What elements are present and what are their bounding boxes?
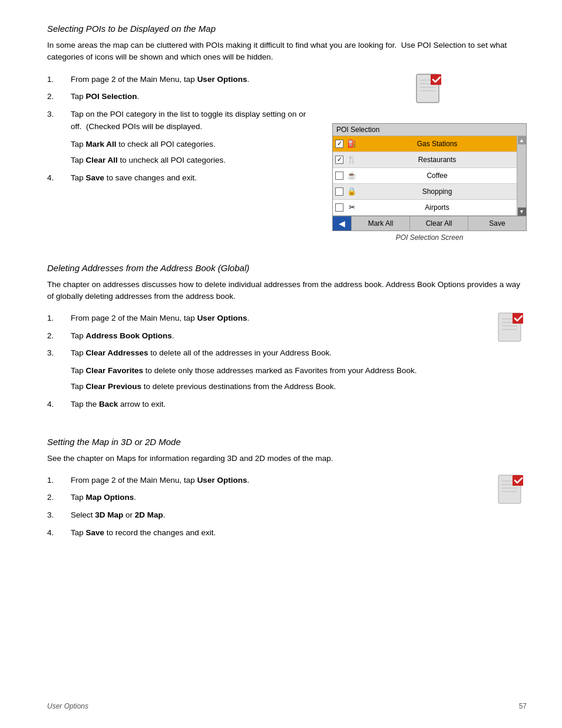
address-section-title: Deleting Addresses from the Address Book… bbox=[47, 263, 527, 273]
poi-label-restaurants: Restaurants bbox=[360, 156, 514, 164]
address-step-3-num: 3. bbox=[47, 347, 71, 393]
address-section: Deleting Addresses from the Address Book… bbox=[47, 263, 527, 416]
poi-screen-header: POI Selection bbox=[333, 124, 526, 136]
poi-icon-shopping: 🔒 bbox=[346, 186, 358, 197]
user-options-icon bbox=[414, 73, 445, 104]
map3d-user-options-icon bbox=[496, 474, 527, 505]
address-steps-list: 1. From page 2 of the Main Menu, tap Use… bbox=[47, 312, 484, 411]
poi-row-airports[interactable]: ✂ Airports bbox=[333, 200, 517, 216]
page-footer: User Options 57 bbox=[47, 702, 527, 710]
poi-icon-gas: ⛽ bbox=[346, 138, 358, 150]
map3d-step-3-content: Select 3D Map or 2D Map. bbox=[71, 509, 484, 522]
address-step-3-extra2: Tap Clear Previous to delete previous de… bbox=[71, 380, 484, 393]
poi-row-shopping[interactable]: 🔒 Shopping bbox=[333, 184, 517, 200]
address-step-3: 3. Tap Clear Addresses to delete all of … bbox=[47, 347, 484, 393]
address-step-3-content: Tap Clear Addresses to delete all of the… bbox=[71, 347, 484, 393]
address-step-4: 4. Tap the Back arrow to exit. bbox=[47, 398, 484, 411]
map3d-step-1-content: From page 2 of the Main Menu, tap User O… bbox=[71, 474, 484, 487]
address-steps-container: 1. From page 2 of the Main Menu, tap Use… bbox=[47, 312, 527, 416]
address-step-1: 1. From page 2 of the Main Menu, tap Use… bbox=[47, 312, 484, 325]
map3d-section-title: Setting the Map in 3D or 2D Mode bbox=[47, 437, 527, 447]
poi-scrollbar: ▲ ▼ bbox=[517, 136, 526, 216]
poi-row-gas[interactable]: ✓ ⛽ Gas Stations bbox=[333, 136, 517, 152]
address-steps-right bbox=[496, 312, 527, 342]
poi-checkbox-gas[interactable]: ✓ bbox=[335, 140, 343, 148]
poi-scroll-down-arrow[interactable]: ▼ bbox=[518, 207, 526, 216]
footer-page-number: 57 bbox=[519, 702, 527, 710]
poi-checkbox-airports[interactable] bbox=[335, 203, 343, 212]
address-step-2-content: Tap Address Book Options. bbox=[71, 330, 484, 342]
address-step-4-num: 4. bbox=[47, 398, 71, 411]
poi-step-3: 3. Tap on the POI category in the list t… bbox=[47, 108, 320, 167]
poi-step-1: 1. From page 2 of the Main Menu, tap Use… bbox=[47, 73, 320, 86]
poi-save-button[interactable]: Save bbox=[468, 216, 526, 230]
poi-label-airports: Airports bbox=[360, 203, 514, 212]
address-steps-left: 1. From page 2 of the Main Menu, tap Use… bbox=[47, 312, 484, 416]
address-step-2-num: 2. bbox=[47, 330, 71, 342]
poi-step-1-content: From page 2 of the Main Menu, tap User O… bbox=[71, 73, 320, 86]
poi-steps-left: 1. From page 2 of the Main Menu, tap Use… bbox=[47, 73, 320, 189]
map3d-step-2: 2. Tap Map Options. bbox=[47, 491, 484, 504]
poi-user-options-icon-area bbox=[414, 73, 445, 106]
address-step-1-num: 1. bbox=[47, 312, 71, 325]
poi-selection-screen: POI Selection ✓ ⛽ Gas Stations ✓ 🍴 bbox=[332, 123, 527, 231]
svg-rect-18 bbox=[513, 475, 523, 486]
poi-scroll-up-arrow[interactable]: ▲ bbox=[518, 136, 526, 144]
poi-back-button[interactable]: ◀ bbox=[333, 216, 352, 230]
svg-rect-12 bbox=[513, 313, 523, 324]
map3d-step-4-num: 4. bbox=[47, 526, 71, 539]
poi-label-coffee: Coffee bbox=[360, 172, 514, 180]
map3d-steps-container: 1. From page 2 of the Main Menu, tap Use… bbox=[47, 474, 527, 543]
poi-section-title: Selecting POIs to be Displayed on the Ma… bbox=[47, 24, 527, 34]
address-step-1-content: From page 2 of the Main Menu, tap User O… bbox=[71, 312, 484, 325]
address-step-3-extra1: Tap Clear Favorites to delete only those… bbox=[71, 364, 484, 377]
address-section-intro: The chapter on addresses discusses how t… bbox=[47, 279, 527, 303]
map3d-step-4-content: Tap Save to record the changes and exit. bbox=[71, 526, 484, 539]
poi-step-4-num: 4. bbox=[47, 172, 71, 185]
poi-rows-wrapper: ✓ ⛽ Gas Stations ✓ 🍴 Restaurants bbox=[333, 136, 526, 216]
poi-section: Selecting POIs to be Displayed on the Ma… bbox=[47, 24, 527, 242]
poi-row-coffee[interactable]: ☕ Coffee bbox=[333, 168, 517, 184]
poi-step-1-num: 1. bbox=[47, 73, 71, 86]
map3d-step-3-num: 3. bbox=[47, 509, 71, 522]
poi-step-3-extra1: Tap Mark All to check all POI categories… bbox=[71, 138, 320, 151]
poi-clear-all-button[interactable]: Clear All bbox=[410, 216, 468, 230]
poi-step-2-content: Tap POI Selection. bbox=[71, 90, 320, 103]
poi-step-3-content: Tap on the POI category in the list to t… bbox=[71, 108, 320, 167]
poi-step-4-content: Tap Save to save changes and exit. bbox=[71, 172, 320, 185]
address-step-2: 2. Tap Address Book Options. bbox=[47, 330, 484, 342]
poi-step-3-text: Tap on the POI category in the list to t… bbox=[71, 110, 306, 131]
map3d-step-1-num: 1. bbox=[47, 474, 71, 487]
poi-step-4: 4. Tap Save to save changes and exit. bbox=[47, 172, 320, 185]
poi-label-gas: Gas Stations bbox=[360, 140, 514, 148]
poi-row-restaurants[interactable]: ✓ 🍴 Restaurants bbox=[333, 152, 517, 168]
poi-steps-list: 1. From page 2 of the Main Menu, tap Use… bbox=[47, 73, 320, 185]
poi-section-intro: In some areas the map can be cluttered w… bbox=[47, 39, 527, 64]
poi-steps-right: POI Selection ✓ ⛽ Gas Stations ✓ 🍴 bbox=[332, 73, 527, 242]
poi-checkbox-shopping[interactable] bbox=[335, 187, 343, 196]
map3d-section-intro: See the chapter on Maps for information … bbox=[47, 453, 527, 465]
poi-step-1-text: From page 2 of the Main Menu, tap User O… bbox=[71, 75, 249, 84]
poi-step-2-num: 2. bbox=[47, 90, 71, 103]
poi-checkbox-coffee[interactable] bbox=[335, 172, 343, 180]
poi-step-4-text: Tap Save to save changes and exit. bbox=[71, 173, 197, 182]
map3d-step-4: 4. Tap Save to record the changes and ex… bbox=[47, 526, 484, 539]
svg-rect-6 bbox=[431, 74, 441, 85]
map3d-section: Setting the Map in 3D or 2D Mode See the… bbox=[47, 437, 527, 544]
poi-screen-caption: POI Selection Screen bbox=[396, 233, 464, 242]
address-step-4-content: Tap the Back arrow to exit. bbox=[71, 398, 484, 411]
map3d-steps-list: 1. From page 2 of the Main Menu, tap Use… bbox=[47, 474, 484, 539]
map3d-steps-right bbox=[496, 474, 527, 505]
poi-step-3-num: 3. bbox=[47, 108, 71, 167]
poi-icon-restaurants: 🍴 bbox=[346, 154, 358, 166]
poi-label-shopping: Shopping bbox=[360, 187, 514, 196]
footer-section-label: User Options bbox=[47, 702, 88, 710]
poi-rows-list: ✓ ⛽ Gas Stations ✓ 🍴 Restaurants bbox=[333, 136, 517, 216]
poi-checkbox-restaurants[interactable]: ✓ bbox=[335, 156, 343, 164]
poi-mark-all-button[interactable]: Mark All bbox=[352, 216, 410, 230]
poi-steps-container: 1. From page 2 of the Main Menu, tap Use… bbox=[47, 73, 527, 242]
map3d-step-2-content: Tap Map Options. bbox=[71, 491, 484, 504]
map3d-step-2-num: 2. bbox=[47, 491, 71, 504]
address-user-options-icon bbox=[496, 312, 527, 342]
poi-step-2: 2. Tap POI Selection. bbox=[47, 90, 320, 103]
